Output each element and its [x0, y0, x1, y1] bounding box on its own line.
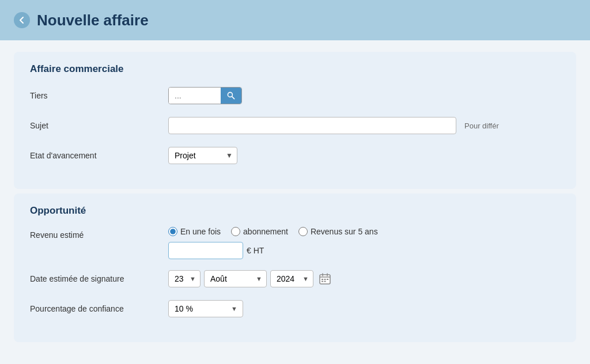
etat-avancement-label: Etat d'avancement — [30, 151, 168, 160]
pourcentage-confiance-select-wrapper: 10 % 20 % 30 % 40 % 50 % 60 % 70 % 80 % … — [168, 300, 243, 317]
date-signature-row: Date estimée de signature 12345 678910 1… — [30, 268, 560, 289]
svg-line-1 — [232, 97, 235, 99]
tiers-control — [168, 87, 560, 104]
radio-abonnement-input[interactable] — [231, 227, 240, 236]
affaire-commerciale-section: Affaire commerciale Tiers Sujet — [14, 52, 576, 189]
tiers-input-group — [168, 87, 242, 104]
svg-rect-6 — [322, 279, 323, 280]
calendar-icon[interactable] — [317, 271, 333, 287]
radio-revenus-5-ans[interactable]: Revenus sur 5 ans — [298, 227, 378, 236]
opportunite-section: Opportunité Revenu estimé En une fois ab… — [14, 194, 576, 342]
radio-abonnement[interactable]: abonnement — [231, 227, 288, 236]
tiers-text-input[interactable] — [169, 88, 221, 104]
month-select[interactable]: JanvierFévrierMarsAvril MaiJuinJuilletAo… — [204, 270, 267, 287]
sujet-hint: Pour différ — [464, 122, 499, 130]
year-select-wrapper: 2023 2024 2025 2026 ▼ — [270, 270, 313, 287]
affaire-commerciale-title: Affaire commerciale — [30, 63, 560, 75]
back-button[interactable] — [14, 12, 30, 28]
svg-rect-9 — [322, 281, 323, 282]
date-row: 12345 678910 1112131415 1617181920 21222… — [168, 270, 333, 287]
revenu-estime-label: Revenu estimé — [30, 227, 168, 240]
radio-en-une-fois[interactable]: En une fois — [168, 227, 221, 236]
revenue-amount-input[interactable] — [168, 242, 243, 259]
pourcentage-confiance-row: Pourcentage de confiance 10 % 20 % 30 % … — [30, 298, 560, 319]
page-title: Nouvelle affaire — [37, 12, 149, 29]
radio-revenus-5-ans-input[interactable] — [298, 227, 308, 236]
etat-avancement-row: Etat d'avancement Projet En cours Termin… — [30, 145, 560, 166]
date-signature-control: 12345 678910 1112131415 1617181920 21222… — [168, 270, 560, 287]
radio-revenus-5-ans-label: Revenus sur 5 ans — [311, 227, 378, 236]
pourcentage-confiance-control: 10 % 20 % 30 % 40 % 50 % 60 % 70 % 80 % … — [168, 300, 560, 317]
etat-avancement-select[interactable]: Projet En cours Terminé Annulé — [168, 147, 237, 164]
sujet-control: Pour différ — [168, 117, 560, 134]
tiers-search-button[interactable] — [221, 88, 241, 104]
radio-abonnement-label: abonnement — [243, 227, 288, 236]
revenu-estime-row: Revenu estimé En une fois abonnement — [30, 227, 560, 259]
radio-en-une-fois-input[interactable] — [168, 227, 177, 236]
day-select[interactable]: 12345 678910 1112131415 1617181920 21222… — [168, 270, 201, 287]
page-header: Nouvelle affaire — [0, 0, 590, 40]
date-signature-label: Date estimée de signature — [30, 274, 168, 283]
revenue-unit-label: € HT — [247, 246, 264, 255]
sujet-input[interactable] — [168, 117, 456, 134]
tiers-label: Tiers — [30, 91, 168, 100]
revenue-radio-group: En une fois abonnement Revenus sur 5 ans — [168, 227, 378, 236]
svg-rect-10 — [324, 281, 326, 282]
month-select-wrapper: JanvierFévrierMarsAvril MaiJuinJuilletAo… — [204, 270, 267, 287]
tiers-row: Tiers — [30, 85, 560, 106]
pourcentage-confiance-select[interactable]: 10 % 20 % 30 % 40 % 50 % 60 % 70 % 80 % … — [168, 300, 243, 317]
svg-rect-7 — [324, 279, 326, 280]
revenue-container: En une fois abonnement Revenus sur 5 ans — [168, 227, 378, 259]
pourcentage-confiance-label: Pourcentage de confiance — [30, 304, 168, 313]
main-content: Affaire commerciale Tiers Sujet — [0, 40, 590, 354]
svg-rect-8 — [327, 279, 328, 280]
etat-avancement-select-wrapper: Projet En cours Terminé Annulé ▼ — [168, 147, 237, 164]
year-select[interactable]: 2023 2024 2025 2026 — [270, 270, 313, 287]
sujet-label: Sujet — [30, 121, 168, 130]
sujet-row: Sujet Pour différ — [30, 115, 560, 136]
etat-avancement-control: Projet En cours Terminé Annulé ▼ — [168, 147, 560, 164]
radio-en-une-fois-label: En une fois — [180, 227, 221, 236]
opportunite-title: Opportunité — [30, 205, 560, 217]
day-select-wrapper: 12345 678910 1112131415 1617181920 21222… — [168, 270, 201, 287]
revenue-amount-row: € HT — [168, 242, 378, 259]
revenu-estime-control: En une fois abonnement Revenus sur 5 ans — [168, 227, 560, 259]
